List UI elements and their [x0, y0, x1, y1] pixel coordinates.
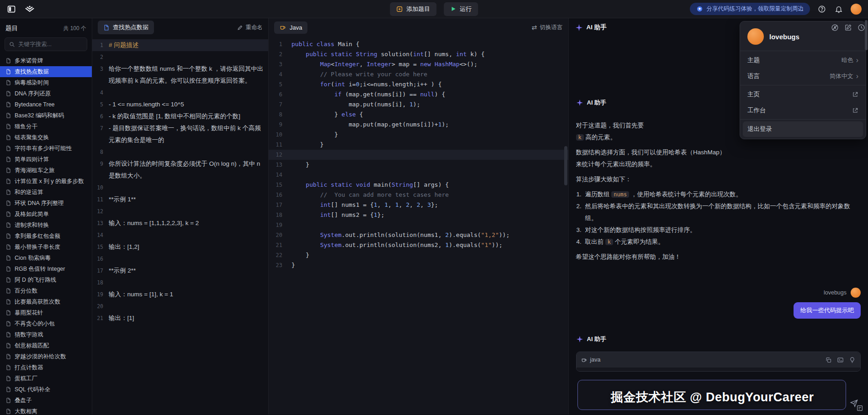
menu-item-workspace[interactable]: 工作台: [740, 102, 866, 118]
markdown-line[interactable]: 17 **示例 2**: [92, 265, 268, 277]
code-line[interactable]: 18 int[] nums2 = {1};: [269, 210, 568, 220]
markdown-line[interactable]: 3 给你一个整数数组 nums 和一个整数 k ，请你返回其中出现频率前 k 高…: [92, 63, 268, 87]
code-line[interactable]: 17 int[] nums1 = {1, 1, 1, 2, 2, 3};: [269, 200, 568, 210]
problem-list-item[interactable]: 阿 D 的飞行路线: [0, 274, 92, 285]
problem-list-item[interactable]: 比赛最高获胜次数: [0, 296, 92, 307]
problem-list-item[interactable]: 青海湖租车之旅: [0, 165, 92, 176]
markdown-line[interactable]: 5 - 1 <= nums.length <= 10^5: [92, 99, 268, 110]
code-line[interactable]: 5 for(int i=0;i<=nums.length;i++ ) {: [269, 79, 568, 89]
menu-item-home[interactable]: 主页: [740, 86, 866, 102]
code-line[interactable]: 9 map.put(map.get(nums[i])+1);: [269, 120, 568, 130]
insert-terminal-icon[interactable]: [837, 357, 844, 363]
markdown-line[interactable]: 14: [92, 229, 268, 241]
menu-item-logout[interactable]: 退出登录: [743, 121, 863, 137]
code-line[interactable]: 4 // Please write your code here: [269, 69, 568, 79]
new-chat-icon[interactable]: [844, 24, 852, 32]
problem-list-item[interactable]: 叠盘子: [0, 395, 92, 406]
problem-list-item[interactable]: 不再贪心的小包: [0, 318, 92, 329]
problem-list-item[interactable]: 创意标题匹配: [0, 340, 92, 351]
markdown-line[interactable]: 18: [92, 277, 268, 289]
code-line[interactable]: 8 } else {: [269, 110, 568, 120]
problem-list-item[interactable]: 和的逆运算: [0, 187, 92, 198]
markdown-line[interactable]: 8: [92, 146, 268, 158]
markdown-line[interactable]: 19 输入：nums = [1], k = 1: [92, 289, 268, 300]
search-box[interactable]: [5, 37, 87, 51]
markdown-line[interactable]: 21 输出：[1]: [92, 312, 268, 324]
markdown-line[interactable]: 7 - 题目数据保证答案唯一，换句话说，数组中前 k 个高频元素的集合是唯一的: [92, 122, 268, 146]
search-input[interactable]: [18, 41, 83, 47]
problem-list-item[interactable]: 蛋糕工厂: [0, 373, 92, 384]
help-icon[interactable]: [817, 4, 827, 14]
code-line[interactable]: 7 map.put(nums[i], 1);: [269, 100, 568, 110]
code-editor[interactable]: 1 public class Main { 2 public static St…: [269, 37, 568, 415]
markdown-line[interactable]: 12: [92, 205, 268, 217]
add-problem-button[interactable]: 添加题目: [390, 2, 437, 16]
markdown-line[interactable]: 16: [92, 253, 268, 265]
problem-list-item[interactable]: 环状 DNA 序列整理: [0, 198, 92, 209]
code-line[interactable]: 14: [269, 170, 568, 180]
menu-item-theme[interactable]: 主题 暗色 ›: [740, 52, 866, 68]
problem-list-item[interactable]: 大数相离: [0, 406, 92, 415]
markdown-line[interactable]: 2: [92, 51, 268, 63]
problem-list-item[interactable]: 百分位数: [0, 285, 92, 296]
problem-list-item[interactable]: 猜数字游戏: [0, 329, 92, 340]
language-tab[interactable]: Java: [274, 21, 307, 34]
bulb-icon[interactable]: [849, 357, 856, 363]
code-line[interactable]: 21 System.out.println(solution(nums2, 1)…: [269, 240, 568, 250]
problem-list-item[interactable]: DNA 序列还原: [0, 88, 92, 99]
problem-list-item[interactable]: 暴雨梨花针: [0, 307, 92, 318]
app-logo[interactable]: [24, 4, 36, 14]
switch-language-button[interactable]: ⇄ 切换语言: [532, 24, 563, 32]
problem-list-item[interactable]: 猫鱼分干: [0, 121, 92, 132]
user-avatar[interactable]: [851, 4, 862, 15]
clear-context-icon[interactable]: [831, 24, 839, 32]
promo-banner[interactable]: 分享代码练习体验，领取限量定制周边: [690, 3, 810, 15]
problem-list-item[interactable]: RGB 色值转 Integer: [0, 263, 92, 274]
code-line[interactable]: 12: [269, 150, 568, 160]
code-line[interactable]: 13 }: [269, 160, 568, 170]
notifications-icon[interactable]: [834, 4, 844, 14]
problem-list-item[interactable]: SQL 代码补全: [0, 384, 92, 395]
menu-item-language[interactable]: 语言 简体中文 ›: [740, 68, 866, 84]
code-line[interactable]: 2 public static String solution(int[] nu…: [269, 49, 568, 59]
problem-list-item[interactable]: 计算位置 x 到 y 的最多步数: [0, 176, 92, 187]
markdown-line[interactable]: 6 - k 的取值范围是 [1, 数组中不相同的元素的个数]: [92, 110, 268, 122]
problem-list-item[interactable]: Cion 勒索病毒: [0, 252, 92, 263]
markdown-editor[interactable]: 1 # 问题描述 2 3 给你一个整数数组 nums 和一个整数 k ，请你返回…: [92, 37, 268, 415]
problem-list-item[interactable]: 打点计数器: [0, 362, 92, 373]
code-line[interactable]: 16 // You can add more test cases here: [269, 190, 568, 200]
history-icon[interactable]: [857, 24, 865, 32]
problem-list-item[interactable]: 进制求和转换: [0, 220, 92, 231]
markdown-line[interactable]: 9 你所设计算法的时间复杂度必须优于 O(n log n)，其中 n 是数组大小…: [92, 158, 268, 182]
code-line[interactable]: 19: [269, 220, 568, 230]
page-scrollbar-thumb[interactable]: [865, 20, 868, 50]
code-line[interactable]: 23 }: [269, 260, 568, 270]
code-line[interactable]: 22 }: [269, 250, 568, 260]
chat-input[interactable]: [577, 380, 847, 410]
code-line[interactable]: 15 public static void main(String[] args…: [269, 180, 568, 190]
problem-list-item[interactable]: 多米诺骨牌: [0, 55, 92, 66]
rename-button[interactable]: 重命名: [237, 24, 263, 32]
problem-list-item[interactable]: 简单四则计算: [0, 154, 92, 165]
problem-tab[interactable]: 查找热点数据: [98, 21, 154, 34]
run-button[interactable]: 运行: [444, 2, 478, 16]
markdown-line[interactable]: 1 # 问题描述: [92, 39, 268, 51]
markdown-line[interactable]: 4: [92, 87, 268, 99]
sidebar-toggle-icon[interactable]: [6, 4, 16, 14]
markdown-line[interactable]: 20: [92, 300, 268, 312]
code-line[interactable]: 10 }: [269, 130, 568, 140]
editor-scrollbar-thumb[interactable]: [564, 146, 567, 185]
problem-list-item[interactable]: Base32 编码和解码: [0, 110, 92, 121]
problem-list-item[interactable]: 链表聚集交换: [0, 132, 92, 143]
copy-icon[interactable]: [825, 357, 832, 363]
problem-list-item[interactable]: 穿越沙漠的补给次数: [0, 351, 92, 362]
markdown-line[interactable]: 10: [92, 182, 268, 194]
code-line[interactable]: 6 if (map.get(nums[i]) == null) {: [269, 89, 568, 100]
code-line[interactable]: 1 public class Main {: [269, 39, 568, 49]
send-icon[interactable]: [850, 399, 858, 407]
markdown-line[interactable]: 11 **示例 1**: [92, 194, 268, 205]
code-line[interactable]: 11 }: [269, 140, 568, 150]
problem-list-item[interactable]: 及格如此简单: [0, 209, 92, 220]
code-line[interactable]: 20 System.out.println(solution(nums1, 2)…: [269, 230, 568, 240]
markdown-line[interactable]: 13 输入：nums = [1,1,1,2,2,3], k = 2: [92, 217, 268, 229]
